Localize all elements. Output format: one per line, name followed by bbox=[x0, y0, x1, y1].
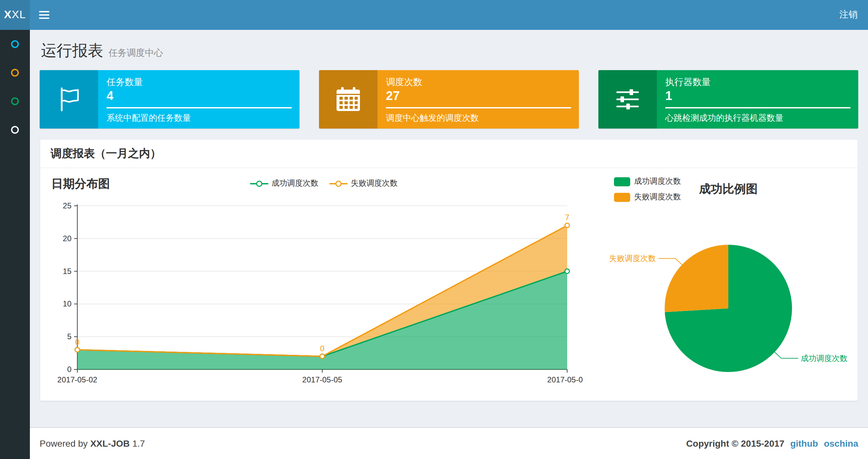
progress-bar bbox=[665, 107, 850, 108]
legend-item[interactable]: 失败调度次数 bbox=[614, 192, 681, 202]
svg-text:0: 0 bbox=[67, 365, 71, 373]
footer-powered-by: Powered by XXL-JOB 1.7 bbox=[40, 438, 145, 449]
progress-track bbox=[106, 107, 292, 108]
legend-item[interactable]: 成功调度次数 bbox=[249, 178, 318, 189]
sidebar-item-2[interactable] bbox=[0, 59, 30, 87]
app-window: XXL 注销 运行报表任务调度中心 bbox=[0, 0, 868, 459]
info-box-icon-area bbox=[40, 70, 98, 129]
page-subtitle: 任务调度中心 bbox=[108, 47, 163, 58]
svg-text:25: 25 bbox=[63, 201, 71, 210]
info-box-icon-area bbox=[319, 70, 377, 129]
line-legend-marker-icon bbox=[249, 179, 269, 188]
sidebar-item-4[interactable] bbox=[0, 116, 30, 144]
line-chart-svg: 05101520252017-05-022017-05-052017-05-08… bbox=[50, 195, 583, 390]
progress-track bbox=[665, 107, 850, 108]
svg-text:20: 20 bbox=[63, 234, 71, 243]
content-area: 运行报表任务调度中心 任务数量 4 系统中配置的任务数量 bbox=[30, 30, 868, 427]
circle-icon bbox=[11, 40, 19, 48]
progress-bar bbox=[106, 107, 292, 108]
legend-label: 成功调度次数 bbox=[634, 176, 681, 187]
info-box-row: 任务数量 4 系统中配置的任务数量 bbox=[40, 70, 858, 129]
svg-text:15: 15 bbox=[63, 267, 71, 275]
svg-text:7: 7 bbox=[565, 213, 569, 222]
info-box-content: 调度次数 27 调度中心触发的调度次数 bbox=[377, 70, 579, 129]
success-ratio-legend: 成功调度次数失败调度次数 bbox=[614, 176, 681, 207]
date-distribution-chart: 日期分布图 成功调度次数失败调度次数 05101520252017-05-022… bbox=[50, 175, 597, 393]
legend-swatch-icon bbox=[614, 193, 630, 202]
svg-text:2017-05-05: 2017-05-05 bbox=[303, 375, 342, 384]
logo-text: XL bbox=[12, 8, 26, 22]
info-box-number: 4 bbox=[106, 89, 292, 103]
report-panel: 调度报表（一月之内） 日期分布图 成功调度次数失败调度次数 0510152025… bbox=[40, 139, 858, 401]
legend-item[interactable]: 成功调度次数 bbox=[614, 176, 681, 187]
report-panel-header: 调度报表（一月之内） bbox=[40, 139, 858, 168]
svg-text:0: 0 bbox=[320, 344, 324, 353]
copyright-text: Copyright © 2015-2017 bbox=[686, 438, 784, 449]
footer: Powered by XXL-JOB 1.7 Copyright © 2015-… bbox=[30, 427, 868, 459]
svg-text:失败调度次数: 失败调度次数 bbox=[609, 254, 656, 263]
circle-icon bbox=[11, 97, 19, 105]
legend-item[interactable]: 失败调度次数 bbox=[329, 178, 398, 189]
svg-text:成功调度次数: 成功调度次数 bbox=[801, 354, 847, 363]
info-box-title: 执行器数量 bbox=[665, 76, 850, 88]
info-box-number: 27 bbox=[386, 89, 571, 103]
success-ratio-chart: 成功调度次数失败调度次数 成功比例图 成功调度次数失败调度次数 bbox=[597, 175, 849, 393]
hamburger-icon bbox=[39, 10, 50, 20]
svg-text:2017-05-02: 2017-05-02 bbox=[58, 375, 97, 384]
svg-text:2017-05-08: 2017-05-08 bbox=[547, 375, 583, 384]
pie-chart-title: 成功比例图 bbox=[699, 181, 757, 197]
legend-label: 失败调度次数 bbox=[351, 178, 398, 189]
info-box-description: 系统中配置的任务数量 bbox=[106, 112, 292, 124]
progress-track bbox=[386, 107, 571, 108]
footer-copyright-area: Copyright © 2015-2017 github oschina bbox=[686, 438, 858, 449]
sidebar bbox=[0, 30, 30, 459]
info-box-number: 1 bbox=[665, 89, 850, 103]
info-box-icon-area bbox=[598, 70, 657, 129]
sidebar-item-1[interactable] bbox=[0, 30, 30, 59]
info-box-content: 执行器数量 1 心跳检测成功的执行器机器数量 bbox=[657, 70, 858, 129]
info-box-triggers: 调度次数 27 调度中心触发的调度次数 bbox=[319, 70, 579, 129]
date-distribution-plot: 05101520252017-05-022017-05-052017-05-08… bbox=[50, 195, 597, 393]
svg-text:5: 5 bbox=[67, 332, 71, 341]
info-box-description: 调度中心触发的调度次数 bbox=[386, 112, 571, 124]
oschina-link[interactable]: oschina bbox=[824, 438, 858, 449]
legend-label: 成功调度次数 bbox=[272, 178, 318, 189]
circle-icon bbox=[11, 126, 19, 134]
report-panel-body: 日期分布图 成功调度次数失败调度次数 05101520252017-05-022… bbox=[40, 168, 858, 400]
info-box-title: 任务数量 bbox=[106, 76, 292, 88]
sliders-icon bbox=[613, 85, 642, 113]
calendar-icon bbox=[334, 85, 363, 113]
product-version: 1.7 bbox=[132, 438, 145, 449]
circle-icon bbox=[11, 69, 19, 76]
report-panel-title: 调度报表（一月之内） bbox=[51, 147, 161, 160]
info-box-title: 调度次数 bbox=[386, 76, 571, 88]
chart-header: 日期分布图 成功调度次数失败调度次数 bbox=[50, 175, 597, 195]
github-link[interactable]: github bbox=[790, 438, 818, 449]
logo-text-bold: X bbox=[4, 8, 12, 22]
line-legend-marker-icon bbox=[329, 179, 348, 188]
info-box-content: 任务数量 4 系统中配置的任务数量 bbox=[98, 70, 300, 129]
logo[interactable]: XXL bbox=[0, 0, 30, 30]
flag-icon bbox=[55, 85, 83, 113]
info-box-jobs: 任务数量 4 系统中配置的任务数量 bbox=[40, 70, 300, 129]
logout-link[interactable]: 注销 bbox=[829, 0, 868, 30]
line-chart-title: 日期分布图 bbox=[51, 176, 110, 192]
date-distribution-legend: 成功调度次数失败调度次数 bbox=[50, 175, 597, 189]
svg-text:0: 0 bbox=[75, 337, 79, 347]
legend-swatch-icon bbox=[614, 177, 630, 186]
top-navbar: XXL 注销 bbox=[0, 0, 868, 30]
sidebar-toggle-button[interactable] bbox=[30, 0, 59, 30]
info-box-executors: 执行器数量 1 心跳检测成功的执行器机器数量 bbox=[598, 70, 858, 129]
legend-label: 失败调度次数 bbox=[634, 192, 681, 202]
sidebar-item-3[interactable] bbox=[0, 87, 30, 116]
progress-bar bbox=[386, 107, 571, 108]
page-title: 运行报表 bbox=[41, 41, 103, 59]
page-header: 运行报表任务调度中心 bbox=[41, 40, 858, 61]
info-box-description: 心跳检测成功的执行器机器数量 bbox=[665, 112, 850, 124]
product-name: XXL-JOB bbox=[90, 438, 130, 449]
svg-text:10: 10 bbox=[63, 299, 71, 308]
